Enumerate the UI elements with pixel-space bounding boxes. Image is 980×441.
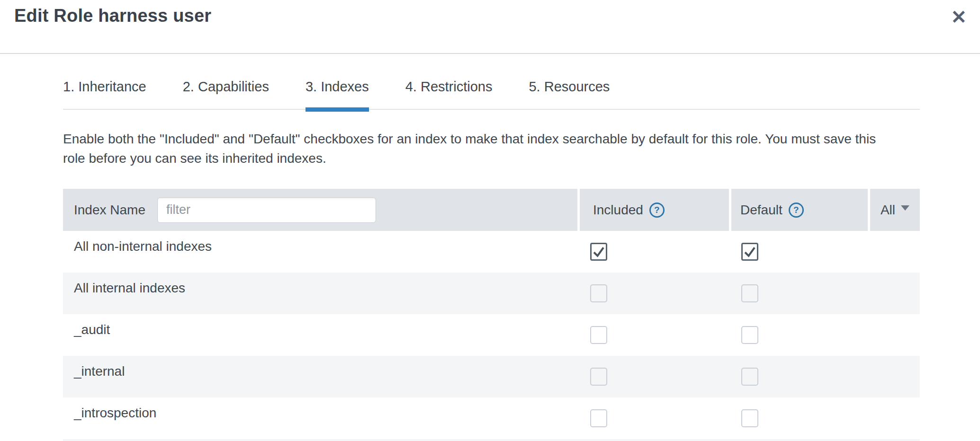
default-column-label: Default bbox=[740, 203, 782, 218]
index-name-column-label: Index Name bbox=[74, 203, 145, 218]
all-dropdown[interactable]: All bbox=[870, 189, 920, 231]
row-label: All non-internal indexes bbox=[74, 239, 212, 254]
tab-resources[interactable]: 5. Resources bbox=[529, 71, 610, 109]
included-help-icon[interactable]: ? bbox=[649, 203, 665, 218]
default-help-icon[interactable]: ? bbox=[789, 203, 804, 218]
index-name-header-cell: Index Name bbox=[63, 189, 577, 231]
row-label: _introspection bbox=[74, 406, 156, 421]
tab-indexes[interactable]: 3. Indexes bbox=[306, 71, 369, 109]
included-checkbox[interactable] bbox=[590, 326, 607, 344]
default-checkbox[interactable] bbox=[741, 243, 758, 261]
included-checkbox[interactable] bbox=[590, 284, 607, 302]
row-label: All internal indexes bbox=[74, 281, 185, 296]
tab-label: 4. Restrictions bbox=[405, 79, 493, 94]
included-checkbox[interactable] bbox=[590, 243, 607, 261]
table-header-row: Index Name Included ? Default ? All bbox=[63, 189, 920, 231]
check-icon bbox=[743, 245, 757, 259]
tab-label: 3. Indexes bbox=[306, 79, 369, 94]
included-column-label: Included bbox=[593, 203, 643, 218]
filter-input[interactable] bbox=[157, 197, 376, 223]
tab-label: 1. Inheritance bbox=[63, 79, 146, 94]
page-title: Edit Role harness user bbox=[14, 6, 211, 26]
row-label: _internal bbox=[74, 364, 125, 379]
table-row: All non-internal indexes bbox=[63, 231, 920, 273]
table-row-partial bbox=[63, 439, 920, 441]
row-label: _audit bbox=[74, 322, 110, 337]
tab-label: 2. Capabilities bbox=[183, 79, 269, 94]
chevron-down-icon bbox=[901, 205, 909, 211]
close-icon[interactable]: ✕ bbox=[948, 5, 970, 29]
default-checkbox[interactable] bbox=[741, 284, 758, 302]
default-checkbox[interactable] bbox=[741, 326, 758, 344]
tab-restrictions[interactable]: 4. Restrictions bbox=[405, 71, 493, 109]
table-row: All internal indexes bbox=[63, 273, 920, 314]
tab-bar: 1. Inheritance2. Capabilities3. Indexes4… bbox=[63, 71, 920, 110]
table-row: _introspection bbox=[63, 397, 920, 439]
title-divider bbox=[0, 53, 980, 54]
table-body: All non-internal indexes All internal in… bbox=[63, 231, 920, 441]
tab-inheritance[interactable]: 1. Inheritance bbox=[63, 71, 146, 109]
description-text: Enable both the "Included" and "Default"… bbox=[63, 129, 897, 168]
modal-body: 1. Inheritance2. Capabilities3. Indexes4… bbox=[63, 71, 920, 441]
table-row: _audit bbox=[63, 314, 920, 356]
tab-label: 5. Resources bbox=[529, 79, 610, 94]
default-checkbox[interactable] bbox=[741, 368, 758, 386]
table-row: _internal bbox=[63, 356, 920, 397]
all-dropdown-label: All bbox=[881, 203, 895, 218]
check-icon bbox=[592, 245, 606, 259]
default-header-cell: Default ? bbox=[731, 189, 868, 231]
included-checkbox[interactable] bbox=[590, 368, 607, 386]
indexes-table: Index Name Included ? Default ? All All … bbox=[63, 189, 920, 441]
included-header-cell: Included ? bbox=[580, 189, 729, 231]
default-checkbox[interactable] bbox=[741, 409, 758, 427]
included-checkbox[interactable] bbox=[590, 409, 607, 427]
tab-capabilities[interactable]: 2. Capabilities bbox=[183, 71, 269, 109]
